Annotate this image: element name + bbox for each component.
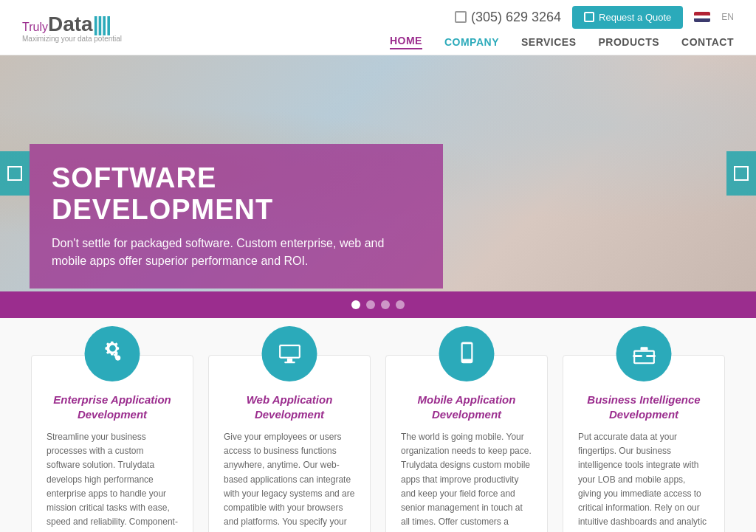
header-top-row: (305) 629 3264 Request a Quote EN	[455, 6, 734, 29]
card-text: Give your employees or users access to b…	[224, 430, 355, 532]
carousel-dot-2[interactable]	[366, 300, 375, 309]
hero-content: SOFTWARE DEVELOPMENT Don't settle for pa…	[30, 144, 443, 289]
card-icon-wrap	[85, 326, 140, 381]
header: TrulyData|||| Maximizing your data poten…	[0, 0, 756, 55]
arrow-box-right	[734, 166, 749, 181]
logo-bars: ||||	[93, 13, 110, 36]
service-card: Mobile Application Development The world…	[385, 355, 548, 532]
service-card: Enterprise Application Development Strea…	[31, 355, 193, 532]
card-title: Business Intelligence Development	[578, 393, 709, 421]
logo-data: Data	[48, 13, 93, 36]
service-card: Web Application Development Give your em…	[208, 355, 371, 532]
nav-services[interactable]: SERVICES	[521, 36, 577, 48]
svg-point-7	[466, 359, 468, 362]
card-title: Mobile Application Development	[401, 393, 532, 421]
request-btn-icon	[584, 12, 594, 22]
phone-icon	[455, 11, 467, 23]
nav-products[interactable]: PRODUCTS	[599, 36, 660, 48]
hero-prev-arrow[interactable]	[0, 151, 30, 196]
service-card: Business Intelligence Development Put ac…	[563, 355, 725, 532]
cards-section: Enterprise Application Development Strea…	[0, 318, 756, 532]
card-icon-wrap	[439, 326, 495, 381]
hero-next-arrow[interactable]	[726, 151, 756, 196]
request-btn-label: Request a Quote	[599, 12, 671, 23]
hero-subtitle: Don't settle for packaged software. Cust…	[52, 235, 421, 270]
carousel-dot-4[interactable]	[396, 300, 405, 309]
svg-rect-2	[281, 346, 298, 356]
main-nav: HOME COMPANY SERVICES PRODUCTS CONTACT	[390, 35, 734, 49]
nav-home[interactable]: HOME	[390, 35, 422, 49]
card-title: Enterprise Application Development	[47, 393, 178, 421]
svg-rect-4	[284, 362, 295, 363]
phone-number: (305) 629 3264	[471, 10, 561, 25]
svg-rect-12	[642, 353, 646, 358]
card-text: The world is going mobile. Your organiza…	[401, 430, 532, 532]
hero-section: SOFTWARE DEVELOPMENT Don't settle for pa…	[0, 55, 756, 291]
carousel-dots	[0, 291, 756, 318]
nav-contact[interactable]: CONTACT	[681, 36, 734, 48]
svg-rect-6	[462, 344, 471, 359]
svg-rect-3	[286, 358, 292, 361]
language-code: EN	[721, 12, 734, 22]
logo-tagline: Maximizing your data potential	[22, 35, 122, 43]
arrow-box-left	[7, 166, 22, 181]
card-icon-wrap	[616, 326, 672, 381]
card-text: Streamline your business processes with …	[47, 430, 178, 532]
flag-icon	[694, 12, 710, 22]
nav-company[interactable]: COMPANY	[444, 36, 499, 48]
carousel-dot-3[interactable]	[381, 300, 390, 309]
hero-title: SOFTWARE DEVELOPMENT	[52, 162, 421, 226]
logo: TrulyData|||| Maximizing your data poten…	[22, 13, 122, 43]
header-right: (305) 629 3264 Request a Quote EN HOME C…	[390, 6, 734, 49]
card-icon-wrap	[262, 326, 317, 381]
phone-area: (305) 629 3264	[455, 10, 561, 25]
svg-rect-8	[464, 342, 469, 343]
logo-truly: Truly	[22, 21, 48, 34]
carousel-dot-1[interactable]	[351, 300, 360, 309]
card-title: Web Application Development	[224, 393, 355, 421]
card-text: Put accurate data at your fingertips. Ou…	[578, 430, 709, 532]
request-quote-button[interactable]: Request a Quote	[572, 6, 683, 29]
